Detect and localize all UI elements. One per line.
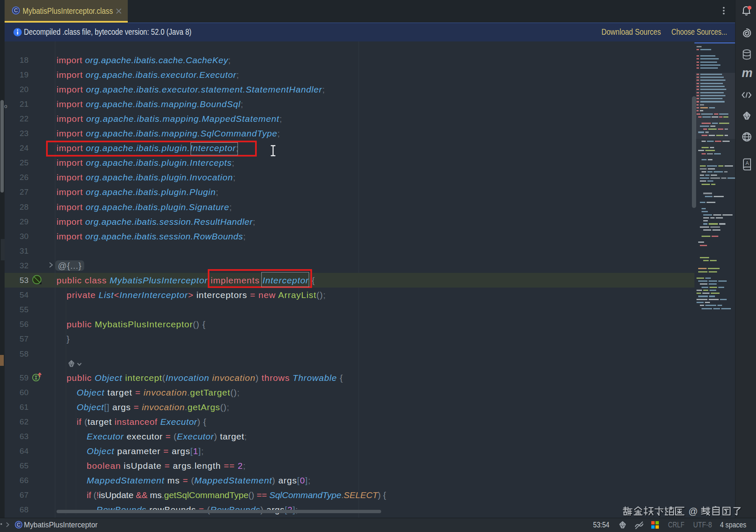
svg-text:A: A xyxy=(746,160,749,166)
svg-text:C: C xyxy=(14,8,18,13)
svg-text:C: C xyxy=(17,522,21,528)
svg-text:@: @ xyxy=(689,506,698,517)
